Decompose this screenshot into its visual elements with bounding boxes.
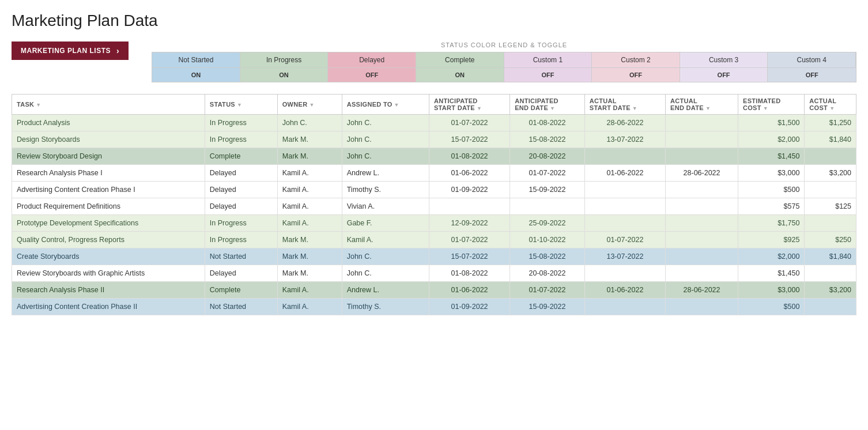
cell-act_cost-7: $250: [805, 232, 856, 248]
cell-task-3: Research Analysis Phase I: [12, 165, 205, 182]
cell-est_cost-2: $1,450: [738, 148, 805, 165]
cell-est_cost-5: $575: [738, 198, 805, 215]
cell-assigned_to-11: Timothy S.: [342, 299, 429, 315]
col-header-est_cost[interactable]: ESTIMATEDCOST▼: [738, 95, 805, 115]
table-row: Research Analysis Phase IDelayedKamil A.…: [12, 165, 856, 182]
cell-est_cost-3: $3,000: [738, 165, 805, 182]
table-row: Design StoryboardsIn ProgressMark M.John…: [12, 131, 856, 148]
legend-toggle-2[interactable]: OFF: [328, 68, 416, 82]
cell-assigned_to-0: John C.: [342, 115, 429, 131]
cell-assigned_to-6: Gabe F.: [342, 215, 429, 232]
filter-icon-est_cost[interactable]: ▼: [763, 105, 768, 111]
filter-icon-act_end[interactable]: ▼: [705, 105, 711, 111]
cell-act_start-0: 28-06-2022: [584, 115, 665, 131]
cell-ant_start-7: 01-07-2022: [429, 232, 510, 248]
cell-ant_start-4: 01-09-2022: [429, 182, 510, 198]
cell-act_end-8: [666, 248, 738, 265]
filter-icon-ant_start[interactable]: ▼: [477, 105, 482, 111]
cell-est_cost-7: $925: [738, 232, 805, 248]
nav-button[interactable]: MARKETING PLAN LISTS ›: [12, 42, 129, 60]
cell-act_cost-0: $1,250: [805, 115, 856, 131]
legend-toggle-3[interactable]: ON: [416, 68, 504, 82]
cell-ant_end-6: 25-09-2022: [510, 215, 585, 232]
cell-owner-6: Kamil A.: [277, 215, 342, 232]
legend-status-4[interactable]: Custom 1: [504, 52, 592, 68]
legend-status-7[interactable]: Custom 4: [768, 52, 856, 68]
filter-icon-act_cost[interactable]: ▼: [829, 105, 835, 111]
legend-toggle-6[interactable]: OFF: [680, 68, 768, 82]
cell-task-0: Product Analysis: [12, 115, 205, 131]
col-header-owner[interactable]: OWNER▼: [277, 95, 342, 115]
cell-status-11: Not Started: [205, 299, 277, 315]
cell-assigned_to-7: Kamil A.: [342, 232, 429, 248]
cell-owner-10: Kamil A.: [277, 282, 342, 299]
cell-ant_start-3: 01-06-2022: [429, 165, 510, 182]
cell-task-7: Quality Control, Progress Reports: [12, 232, 205, 248]
table-row: Product Requirement DefinitionsDelayedKa…: [12, 198, 856, 215]
col-header-assigned_to[interactable]: ASSIGNED TO▼: [342, 95, 429, 115]
filter-icon-status[interactable]: ▼: [237, 102, 242, 108]
cell-act_cost-4: [805, 182, 856, 198]
filter-icon-task[interactable]: ▼: [36, 102, 41, 108]
cell-ant_end-4: 15-09-2022: [510, 182, 585, 198]
cell-est_cost-8: $2,000: [738, 248, 805, 265]
cell-act_end-11: [666, 299, 738, 315]
cell-act_start-8: 13-07-2022: [584, 248, 665, 265]
table-row: Research Analysis Phase IICompleteKamil …: [12, 282, 856, 299]
legend-status-6[interactable]: Custom 3: [680, 52, 768, 68]
legend-toggle-7[interactable]: OFF: [768, 68, 856, 82]
col-header-ant_start[interactable]: ANTICIPATEDSTART DATE▼: [429, 95, 510, 115]
nav-button-label: MARKETING PLAN LISTS: [21, 47, 111, 55]
col-header-act_start[interactable]: ACTUALSTART DATE▼: [584, 95, 665, 115]
cell-est_cost-11: $500: [738, 299, 805, 315]
cell-assigned_to-8: John C.: [342, 248, 429, 265]
col-header-act_end[interactable]: ACTUALEND DATE▼: [666, 95, 738, 115]
col-header-act_cost[interactable]: ACTUALCOST▼: [805, 95, 856, 115]
legend-status-1[interactable]: In Progress: [240, 52, 329, 68]
cell-assigned_to-1: John C.: [342, 131, 429, 148]
col-header-task[interactable]: TASK▼: [12, 95, 205, 115]
legend-status-5[interactable]: Custom 2: [592, 52, 680, 68]
cell-act_start-1: 13-07-2022: [584, 131, 665, 148]
filter-icon-ant_end[interactable]: ▼: [550, 105, 555, 111]
table-row: Product AnalysisIn ProgressJohn C.John C…: [12, 115, 856, 131]
filter-icon-act_start[interactable]: ▼: [632, 105, 637, 111]
cell-owner-7: Mark M.: [277, 232, 342, 248]
filter-icon-assigned_to[interactable]: ▼: [394, 102, 399, 108]
cell-ant_start-9: 01-08-2022: [429, 265, 510, 282]
cell-owner-2: Mark M.: [277, 148, 342, 165]
cell-act_end-2: [666, 148, 738, 165]
cell-status-10: Complete: [205, 282, 277, 299]
cell-task-5: Product Requirement Definitions: [12, 198, 205, 215]
cell-act_end-0: [666, 115, 738, 131]
cell-ant_end-0: 01-08-2022: [510, 115, 585, 131]
legend-title: STATUS COLOR LEGEND & TOGGLE: [152, 42, 856, 48]
cell-ant_start-1: 15-07-2022: [429, 131, 510, 148]
cell-act_end-9: [666, 265, 738, 282]
legend-status-0[interactable]: Not Started: [152, 52, 240, 68]
legend-toggle-4[interactable]: OFF: [504, 68, 592, 82]
cell-task-1: Design Storyboards: [12, 131, 205, 148]
table-row: Advertising Content Creation Phase IDela…: [12, 182, 856, 198]
cell-ant_end-2: 20-08-2022: [510, 148, 585, 165]
legend-toggle-1[interactable]: ON: [240, 68, 329, 82]
cell-status-0: In Progress: [205, 115, 277, 131]
legend-toggle-5[interactable]: OFF: [592, 68, 680, 82]
legend-toggle-0[interactable]: ON: [152, 68, 240, 82]
cell-act_end-5: [666, 198, 738, 215]
col-header-status[interactable]: STATUS▼: [205, 95, 277, 115]
legend-status-2[interactable]: Delayed: [328, 52, 416, 68]
cell-act_start-11: [584, 299, 665, 315]
filter-icon-owner[interactable]: ▼: [309, 102, 314, 108]
legend-status-3[interactable]: Complete: [416, 52, 504, 68]
cell-assigned_to-4: Timothy S.: [342, 182, 429, 198]
cell-act_start-7: 01-07-2022: [584, 232, 665, 248]
cell-est_cost-9: $1,450: [738, 265, 805, 282]
cell-status-3: Delayed: [205, 165, 277, 182]
cell-task-10: Research Analysis Phase II: [12, 282, 205, 299]
cell-assigned_to-10: Andrew L.: [342, 282, 429, 299]
col-header-ant_end[interactable]: ANTICIPATEDEND DATE▼: [510, 95, 585, 115]
cell-status-1: In Progress: [205, 131, 277, 148]
chevron-icon: ›: [116, 46, 119, 55]
cell-status-5: Delayed: [205, 198, 277, 215]
